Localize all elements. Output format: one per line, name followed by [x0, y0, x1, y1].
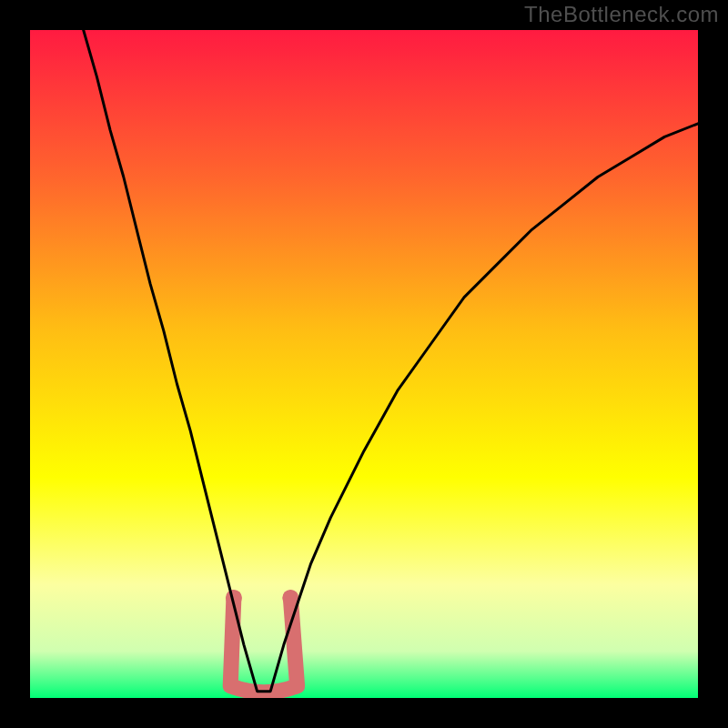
watermark-text: TheBottleneck.com [524, 2, 719, 27]
plot-area [30, 30, 698, 698]
gradient-background [30, 30, 698, 698]
bottleneck-chart-svg [30, 30, 698, 698]
chart-frame: TheBottleneck.com [0, 0, 728, 728]
